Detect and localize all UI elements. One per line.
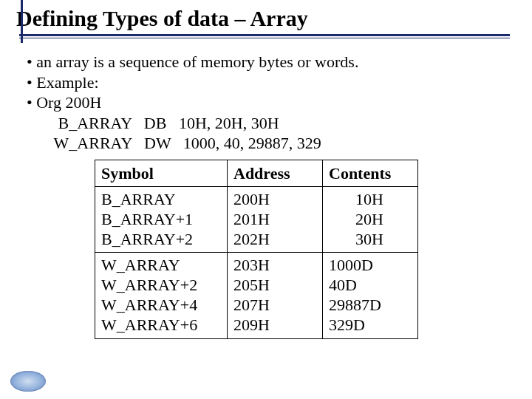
cell-symbol-1: B_ARRAY B_ARRAY+1 B_ARRAY+2 xyxy=(95,187,228,253)
cell-line: 1000D xyxy=(329,256,410,276)
cell-line: 200H xyxy=(233,190,315,210)
title-vertical-rule xyxy=(21,0,23,43)
cell-line: W_ARRAY+6 xyxy=(101,316,219,335)
slide: Defining Types of data – Array • an arra… xyxy=(0,0,532,399)
memory-table: Symbol Address Contents B_ARRAY B_ARRAY+… xyxy=(95,160,418,339)
memory-table-wrap: Symbol Address Contents B_ARRAY B_ARRAY+… xyxy=(95,160,505,339)
bullet-2: • Example: xyxy=(27,72,505,93)
code-line-1: B_ARRAY DB 10H, 20H, 30H xyxy=(27,113,505,134)
bullet-1: • an array is a sequence of memory bytes… xyxy=(27,52,505,72)
cell-line: B_ARRAY xyxy=(101,190,219,210)
cell-line: 10H xyxy=(329,190,410,210)
cell-line: 29887D xyxy=(329,296,410,316)
cell-line: 202H xyxy=(233,230,315,250)
body: • an array is a sequence of memory bytes… xyxy=(0,38,532,339)
cell-line: 201H xyxy=(233,210,315,230)
cell-line: W_ARRAY+2 xyxy=(101,276,219,296)
cell-line: 329D xyxy=(329,316,410,335)
cell-line: 203H xyxy=(233,256,315,276)
cell-line: 205H xyxy=(233,276,315,296)
cell-line: 30H xyxy=(329,230,410,250)
cell-line: 209H xyxy=(233,316,315,335)
cell-line: B_ARRAY+2 xyxy=(101,230,219,250)
cell-contents-1: 10H 20H 30H xyxy=(323,187,418,253)
header-symbol: Symbol xyxy=(95,160,228,187)
table-row: W_ARRAY W_ARRAY+2 W_ARRAY+4 W_ARRAY+6 20… xyxy=(95,253,418,338)
cell-contents-2: 1000D 40D 29887D 329D xyxy=(323,253,418,338)
footer-logo-icon xyxy=(10,371,46,392)
table-row: B_ARRAY B_ARRAY+1 B_ARRAY+2 200H 201H 20… xyxy=(95,187,418,253)
code-line-2: W_ARRAY DW 1000, 40, 29887, 329 xyxy=(27,133,505,154)
header-contents: Contents xyxy=(323,160,418,187)
cell-address-1: 200H 201H 202H xyxy=(228,187,323,253)
title-rule-thick xyxy=(19,34,510,36)
cell-line: B_ARRAY+1 xyxy=(101,210,219,230)
table-header-row: Symbol Address Contents xyxy=(95,160,418,187)
cell-symbol-2: W_ARRAY W_ARRAY+2 W_ARRAY+4 W_ARRAY+6 xyxy=(95,253,228,338)
cell-address-2: 203H 205H 207H 209H xyxy=(228,253,323,338)
bullet-3: • Org 200H xyxy=(27,92,505,113)
cell-line: W_ARRAY xyxy=(101,256,219,276)
cell-line: 40D xyxy=(329,276,410,296)
header-address: Address xyxy=(228,160,323,187)
title-area: Defining Types of data – Array xyxy=(0,0,532,38)
cell-line: 20H xyxy=(329,210,410,230)
slide-title: Defining Types of data – Array xyxy=(16,6,532,34)
cell-line: W_ARRAY+4 xyxy=(101,296,219,316)
cell-line: 207H xyxy=(233,296,315,316)
